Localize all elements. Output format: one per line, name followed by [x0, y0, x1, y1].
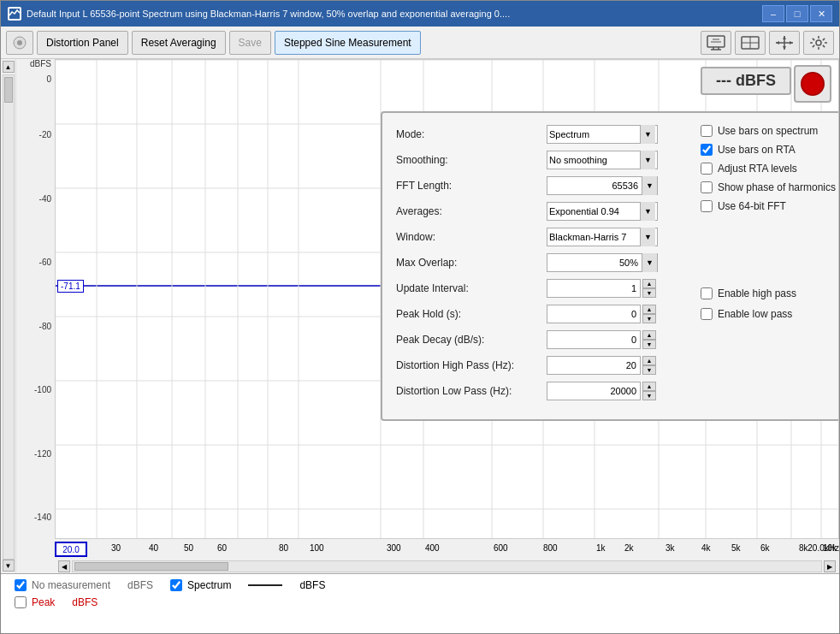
show-phase-checkbox[interactable] [701, 181, 713, 193]
minimize-button[interactable]: – [762, 5, 784, 22]
x-tick-50: 50 [184, 543, 193, 553]
x-tick-3k: 3k [665, 543, 675, 553]
svg-point-18 [816, 40, 821, 45]
record-button[interactable] [794, 65, 831, 103]
spectrum-checkbox[interactable] [170, 579, 182, 591]
use-bars-rta-label: Use bars on RTA [718, 144, 796, 156]
stepped-sine-button[interactable]: Stepped Sine Measurement [275, 31, 421, 55]
peak-checkbox[interactable] [15, 596, 27, 608]
app-icon [8, 7, 21, 21]
settings-icon-button[interactable] [803, 31, 834, 55]
move-icon-button[interactable] [769, 31, 800, 55]
update-interval-input[interactable] [547, 279, 641, 298]
update-interval-down[interactable]: ▼ [642, 288, 656, 298]
peak-hold-up[interactable]: ▲ [642, 305, 656, 314]
x-axis-start-input[interactable] [55, 542, 87, 557]
spectrum-line-indicator [248, 584, 282, 586]
use-bars-spectrum-row: Use bars on spectrum [701, 125, 836, 137]
save-button[interactable]: Save [229, 31, 271, 55]
dist-high-pass-up[interactable]: ▲ [642, 356, 656, 365]
x-tick-60: 60 [217, 543, 227, 553]
x-tick-80: 80 [279, 543, 288, 553]
update-interval-up[interactable]: ▲ [642, 279, 656, 288]
settings-panel: Mode: Spectrum ▼ Smoothing: [381, 111, 839, 421]
max-overlap-value: 50% [549, 258, 642, 268]
mode-dropdown-arrow[interactable]: ▼ [640, 125, 655, 144]
close-button[interactable]: ✕ [810, 5, 832, 22]
use-64bit-checkbox[interactable] [701, 200, 713, 212]
x-axis: 30 40 50 60 80 100 300 400 600 800 1k 2k… [87, 539, 839, 560]
panel-icon-button[interactable] [735, 31, 766, 55]
adjust-rta-label: Adjust RTA levels [718, 163, 797, 175]
scroll-thumb[interactable] [74, 562, 228, 571]
scroll-track[interactable] [72, 560, 822, 572]
fft-dropdown-arrow[interactable]: ▼ [642, 176, 657, 195]
scroll-v-thumb[interactable] [4, 77, 13, 103]
peak-hold-down[interactable]: ▼ [642, 314, 656, 323]
record-circle-icon [801, 72, 825, 96]
peak-hold-input[interactable] [547, 305, 641, 323]
use-bars-rta-row: Use bars on RTA [701, 144, 836, 156]
window-title: Default Input L 65536-point Spectrum usi… [27, 9, 510, 19]
dist-high-pass-input[interactable] [547, 356, 641, 375]
show-phase-row: Show phase of harmonics [701, 181, 836, 193]
no-measurement-label: No measurement [32, 579, 110, 591]
use-64bit-row: Use 64-bit FFT [701, 200, 836, 212]
x-tick-5k: 5k [731, 543, 741, 553]
dist-high-pass-down[interactable]: ▼ [642, 365, 656, 375]
svg-marker-16 [776, 41, 779, 44]
dbfs-display: --- dBFS [701, 67, 791, 95]
averages-dropdown-arrow[interactable]: ▼ [640, 202, 655, 221]
x-tick-1k: 1k [596, 543, 606, 553]
distortion-panel-button[interactable]: Distortion Panel [37, 31, 128, 55]
reset-averaging-button[interactable]: Reset Averaging [132, 31, 226, 55]
scroll-v-track[interactable] [3, 74, 15, 560]
max-overlap-select[interactable]: 50% ▼ [547, 253, 658, 272]
dist-low-pass-down[interactable]: ▼ [642, 391, 656, 400]
chart-container: -71.1 --- dBFS Mode: [55, 59, 839, 573]
chart-area: -71.1 --- dBFS Mode: [55, 59, 839, 539]
y-axis-unit-label: dBFS [30, 59, 51, 68]
scroll-down-arrow[interactable]: ▼ [3, 560, 15, 572]
window-select[interactable]: Blackman-Harris 7 ▼ [547, 228, 658, 246]
title-bar: Default Input L 65536-point Spectrum usi… [1, 1, 839, 27]
y-tick-20: -20 [39, 130, 51, 139]
peak-decay-down[interactable]: ▼ [642, 340, 656, 349]
spectrum-label: Spectrum [187, 579, 231, 591]
y-axis: dBFS 0 -20 -40 -60 -80 -100 -120 -140 [16, 59, 55, 573]
mode-select[interactable]: Spectrum ▼ [547, 125, 658, 144]
peak-item: Peak [15, 596, 55, 608]
home-icon-button[interactable] [6, 31, 33, 55]
update-interval-label: Update Interval: [396, 282, 541, 294]
smoothing-select[interactable]: No smoothing ▼ [547, 151, 658, 169]
use-bars-rta-checkbox[interactable] [701, 144, 713, 156]
scroll-left-arrow[interactable]: ◀ [58, 560, 70, 572]
dist-low-pass-up[interactable]: ▲ [642, 382, 656, 391]
no-measurement-checkbox[interactable] [15, 579, 27, 591]
no-measurement-item: No measurement [15, 579, 110, 591]
smoothing-dropdown-arrow[interactable]: ▼ [640, 151, 655, 169]
window-dropdown-arrow[interactable]: ▼ [640, 228, 655, 246]
use-bars-spectrum-checkbox[interactable] [701, 125, 713, 137]
use-bars-spectrum-label: Use bars on spectrum [718, 125, 818, 137]
maximize-button[interactable]: □ [786, 5, 808, 22]
averages-select[interactable]: Exponential 0.94 ▼ [547, 202, 658, 221]
enable-low-pass-label: Enable low pass [718, 308, 792, 320]
fft-select[interactable]: 65536 ▼ [547, 176, 658, 195]
max-overlap-dropdown-arrow[interactable]: ▼ [642, 253, 657, 272]
peak-decay-input[interactable] [547, 330, 641, 349]
dist-low-pass-input[interactable] [547, 382, 641, 400]
svg-marker-17 [790, 41, 793, 44]
peak-decay-up[interactable]: ▲ [642, 330, 656, 340]
scroll-right-arrow[interactable]: ▶ [824, 560, 836, 572]
scroll-up-arrow[interactable]: ▲ [3, 61, 15, 73]
adjust-rta-checkbox[interactable] [701, 163, 713, 175]
smoothing-value: No smoothing [549, 155, 607, 165]
monitor-icon-button[interactable] [701, 31, 731, 55]
enable-high-pass-checkbox[interactable] [701, 287, 713, 299]
adjust-rta-row: Adjust RTA levels [701, 163, 836, 175]
x-tick-600: 600 [494, 543, 508, 553]
x-tick-8k: 8k [799, 543, 808, 553]
show-phase-label: Show phase of harmonics [718, 181, 836, 193]
enable-low-pass-checkbox[interactable] [701, 308, 713, 320]
